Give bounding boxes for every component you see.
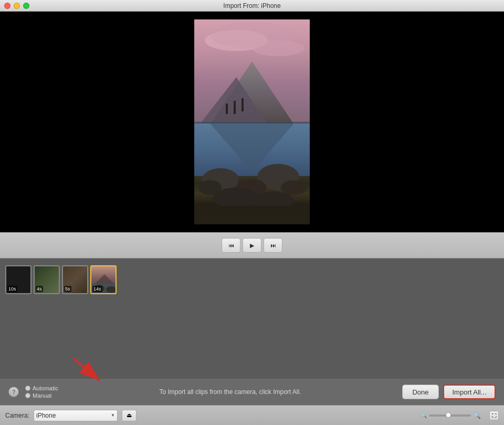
manual-radio-circle: [25, 393, 30, 398]
svg-rect-8: [242, 98, 244, 111]
camera-select[interactable]: iPhone ▼: [34, 410, 118, 421]
eject-button[interactable]: ⏏: [122, 410, 136, 421]
done-button[interactable]: Done: [402, 385, 439, 399]
select-arrow-icon: ▼: [111, 413, 115, 418]
minimize-button[interactable]: [14, 3, 20, 9]
svg-point-24: [106, 286, 117, 293]
svg-rect-6: [226, 103, 228, 114]
thumbnails-section: 10s 4s 5s 14: [0, 258, 504, 300]
thumbnail-1[interactable]: 10s: [5, 265, 32, 294]
help-icon: ?: [12, 389, 15, 395]
forward-icon: ⏭: [270, 242, 276, 248]
automatic-radio[interactable]: Automatic: [25, 385, 58, 391]
svg-point-16: [281, 180, 307, 195]
zoom-slider[interactable]: [429, 414, 471, 417]
thumb-label-3: 5s: [64, 286, 71, 292]
import-all-button[interactable]: Import All...: [443, 385, 496, 399]
window-title: Import From: iPhone: [223, 2, 280, 9]
red-arrow-indicator: [68, 356, 110, 389]
preview-image: [194, 19, 310, 224]
zoom-slider-area: 🔍 🔍: [421, 412, 481, 419]
manual-label: Manual: [33, 392, 51, 399]
forward-button[interactable]: ⏭: [264, 238, 282, 253]
zoom-in-icon: 🔍: [473, 412, 481, 419]
thumb-label-2: 4s: [36, 286, 43, 292]
svg-point-3: [210, 22, 294, 48]
close-button[interactable]: [4, 3, 10, 9]
automatic-label: Automatic: [33, 385, 58, 391]
svg-rect-7: [234, 101, 236, 114]
title-bar: Import From: iPhone: [0, 0, 504, 12]
svg-rect-19: [194, 206, 310, 224]
preview-area: [0, 12, 504, 232]
thumbnail-2[interactable]: 4s: [34, 265, 60, 294]
camera-label: Camera:: [5, 412, 29, 419]
fullscreen-icon: ⛶: [492, 413, 497, 418]
maximize-button[interactable]: [23, 3, 29, 9]
automatic-radio-circle: [25, 386, 30, 391]
thumb-label-1: 10s: [7, 286, 17, 292]
auto-manual-group: Automatic Manual: [25, 385, 58, 399]
zoom-slider-thumb: [446, 412, 451, 418]
eject-icon: ⏏: [127, 412, 132, 419]
controls-bar: ⏮ ▶ ⏭: [0, 232, 504, 258]
zoom-out-icon: 🔍: [421, 413, 427, 418]
import-hint-text: To Import all clips from the camera, cli…: [69, 388, 392, 396]
thumb-label-4: 14s: [92, 286, 102, 292]
play-icon: ▶: [250, 242, 254, 249]
camera-select-value: iPhone: [36, 412, 56, 419]
rewind-icon: ⏮: [228, 242, 234, 248]
thumbnail-4-selected[interactable]: 14s: [90, 265, 117, 294]
manual-radio[interactable]: Manual: [25, 392, 58, 399]
play-button[interactable]: ▶: [243, 238, 261, 253]
svg-point-17: [213, 188, 260, 209]
camera-row: Camera: iPhone ▼ ⏏ 🔍 🔍 ⛶: [0, 405, 504, 425]
fullscreen-button[interactable]: ⛶: [489, 411, 499, 420]
landscape-svg: [194, 19, 310, 224]
thumbnail-3[interactable]: 5s: [62, 265, 88, 294]
rewind-button[interactable]: ⏮: [222, 238, 240, 253]
svg-line-26: [74, 358, 100, 381]
help-button[interactable]: ?: [8, 387, 19, 397]
traffic-lights: [4, 3, 29, 9]
